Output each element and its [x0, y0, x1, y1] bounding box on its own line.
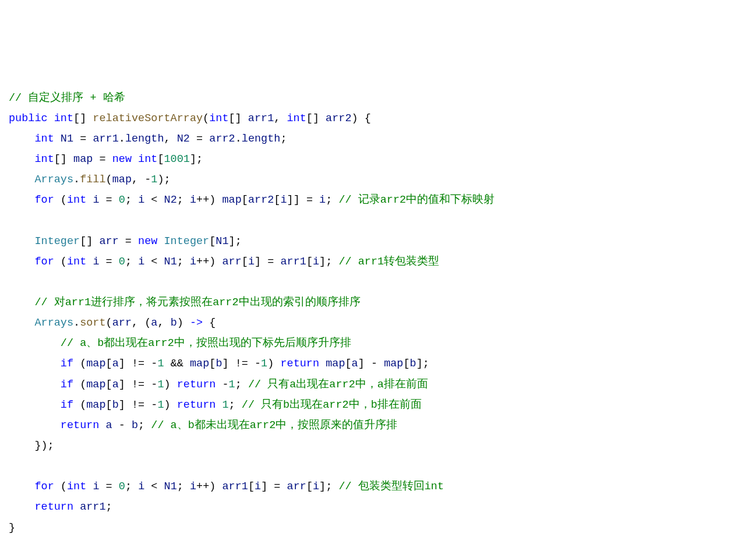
keyword: for	[34, 194, 54, 206]
var: map	[384, 358, 403, 370]
keyword: public	[9, 112, 48, 125]
comment: // a、b都未出现在arr2中，按照原来的值升序排	[151, 419, 397, 432]
var: i	[255, 481, 261, 493]
method: fill	[80, 174, 105, 186]
number: 1	[261, 358, 267, 370]
var: map	[73, 153, 93, 165]
var: N2	[164, 194, 177, 206]
keyword: new	[112, 153, 132, 165]
var: map	[86, 358, 105, 370]
class: Integer	[34, 235, 80, 248]
arrow: ->	[190, 317, 203, 329]
number: 1001	[164, 153, 190, 165]
var: a	[112, 379, 119, 391]
var: arr2	[209, 133, 235, 145]
code-block: // 自定义排序 + 哈希 public int[] relativeSortA…	[9, 88, 747, 538]
var: a	[112, 358, 119, 370]
var: map	[326, 358, 345, 370]
var: N1	[164, 481, 177, 493]
comment: // 只有a出现在arr2中，a排在前面	[248, 379, 428, 391]
keyword: int	[67, 481, 86, 493]
var: arr1	[80, 501, 105, 513]
comment-line: // 自定义排序 + 哈希	[9, 92, 125, 104]
var: i	[138, 256, 144, 268]
number: 1	[151, 174, 157, 186]
var: i	[248, 256, 255, 268]
var: a	[151, 317, 157, 329]
var: i	[93, 194, 99, 206]
comment: // arr1转包装类型	[338, 256, 439, 268]
var: i	[280, 194, 287, 206]
keyword: int	[138, 153, 157, 165]
method: sort	[80, 317, 105, 329]
var: i	[190, 481, 196, 493]
function-name: relativeSortArray	[93, 112, 203, 125]
var: arr	[287, 481, 306, 493]
var: i	[93, 256, 99, 268]
var: i	[319, 194, 326, 206]
var: b	[171, 317, 177, 329]
var: a	[106, 419, 112, 432]
keyword: return	[34, 501, 73, 513]
var: arr1	[222, 481, 248, 493]
var: i	[138, 194, 144, 206]
property: length	[242, 133, 281, 145]
keyword: for	[34, 256, 54, 268]
class: Arrays	[34, 174, 73, 186]
var: N1	[61, 133, 73, 145]
comment: // 记录arr2中的值和下标映射	[338, 194, 494, 206]
keyword: int	[67, 256, 86, 268]
var: arr	[112, 317, 132, 329]
class: Arrays	[34, 317, 73, 329]
keyword: new	[138, 235, 157, 248]
var: arr1	[93, 133, 118, 145]
var: i	[313, 481, 319, 493]
comment: // 只有b出现在arr2中，b排在前面	[242, 399, 422, 411]
number: 0	[119, 194, 125, 206]
keyword: for	[34, 481, 54, 493]
keyword: return	[280, 358, 319, 370]
keyword: int	[287, 112, 306, 125]
var: arr	[99, 235, 118, 248]
param: arr1	[248, 112, 274, 125]
var: i	[93, 481, 99, 493]
number: 1	[229, 379, 235, 391]
var: map	[86, 379, 105, 391]
var: b	[410, 358, 416, 370]
var: i	[190, 256, 196, 268]
keyword: int	[209, 112, 228, 125]
var: map	[86, 399, 105, 411]
param: arr2	[326, 112, 351, 125]
keyword: int	[34, 153, 54, 165]
var: N2	[177, 133, 190, 145]
keyword: if	[61, 379, 73, 391]
keyword: return	[177, 379, 216, 391]
number: 1	[157, 379, 164, 391]
var: arr2	[248, 194, 274, 206]
comment: // 包装类型转回int	[338, 481, 444, 493]
var: arr	[222, 256, 242, 268]
comment: // 对arr1进行排序，将元素按照在arr2中出现的索引的顺序排序	[34, 296, 360, 309]
var: map	[190, 358, 209, 370]
comment: // a、b都出现在arr2中，按照出现的下标先后顺序升序排	[61, 337, 351, 349]
var: map	[222, 194, 242, 206]
var: map	[112, 174, 132, 186]
keyword: return	[177, 399, 216, 411]
number: 0	[119, 256, 125, 268]
keyword: int	[67, 194, 86, 206]
var: i	[313, 256, 319, 268]
var: i	[190, 194, 196, 206]
number: 0	[119, 481, 125, 493]
var: b	[216, 358, 222, 370]
var: N1	[216, 235, 228, 248]
number: 1	[222, 399, 228, 411]
keyword: return	[61, 419, 100, 432]
keyword: int	[34, 133, 54, 145]
keyword: int	[54, 112, 73, 125]
number: 1	[157, 399, 164, 411]
var: i	[138, 481, 144, 493]
var: arr1	[280, 256, 306, 268]
var: a	[352, 358, 358, 370]
keyword: if	[61, 399, 73, 411]
var: b	[112, 399, 119, 411]
